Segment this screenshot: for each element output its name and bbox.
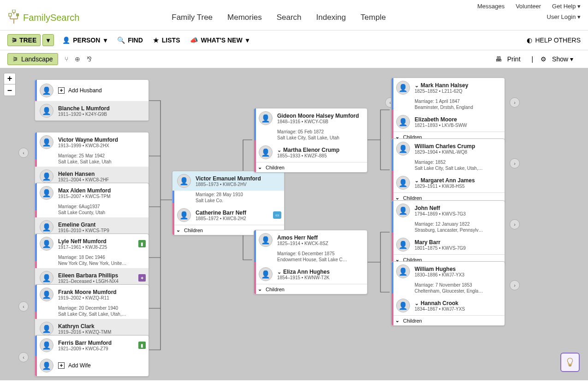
person-row[interactable]: 👤 Max Alden Mumford 1915–2007 • KWCS-TPM [35, 183, 148, 203]
chevron-down-icon[interactable]: ⌄ [277, 147, 281, 153]
volunteer-link[interactable]: Volunteer [516, 3, 541, 10]
person-row[interactable]: 👤 Gideon Moore Halsey Mumford 1848–1916 … [254, 108, 367, 128]
find-button[interactable]: 🔍FIND [117, 36, 143, 44]
descendancy-view-icon[interactable]: ⅋ [87, 55, 92, 63]
person-row[interactable]: 👤 Mary Barr 1801–1875 • KWVS-7G9 [392, 235, 505, 254]
person-portrait: 👤 [40, 169, 53, 183]
person-row[interactable]: 👤 ⌄Eliza Ann Hughes 1854–1915 • KWNW-T2K [254, 264, 367, 284]
children-toggle[interactable]: ⌄Children [392, 315, 505, 325]
utility-nav: Messages Volunteer Get Help ▾ [0, 0, 588, 10]
person-row[interactable]: 👤 John Neff 1794–1869 • KWVS-7G3 [392, 201, 505, 220]
nav-search[interactable]: Search [277, 13, 302, 22]
nav-family-tree[interactable]: Family Tree [172, 13, 213, 22]
person-row[interactable]: 👤 William Charles Crump 1829–1904 • KWNL… [392, 139, 505, 158]
zoom-in-button[interactable]: + [4, 73, 15, 84]
marriage-info: Marriage: 25 Mar 1942Salt Lake, Salt Lak… [35, 152, 148, 167]
marriage-info: Marriage: 6Aug1937Salt Lake County, Utah [35, 203, 148, 217]
scroll-left-button[interactable]: ‹ [18, 352, 29, 362]
family-card: 👤+Add Husband 👤 Blanche L Mumford 1911–1… [35, 79, 149, 121]
person-row[interactable]: 👤 Amos Herr Neff 1825–1914 • KWCK-8SZ [254, 230, 367, 250]
nav-indexing[interactable]: Indexing [316, 13, 346, 22]
add-spouse-button[interactable]: 👤+Add Husband [35, 80, 148, 101]
person-meta: 1829–1911 • KWJ8-HS5 [415, 184, 501, 189]
person-meta: 1921–2009 • KWC6-Z79 [58, 346, 145, 351]
scroll-right-button[interactable]: › [510, 158, 520, 168]
person-name: Max Alden Mumford [58, 187, 145, 194]
header: FamilySearch Family Tree Memories Search… [0, 10, 588, 30]
person-row[interactable]: 👤 Elizabeth Moore 1821–1893 • LKVB-SWW [392, 112, 505, 132]
scroll-right-button[interactable]: › [510, 97, 520, 108]
person-row[interactable]: 👤 Victor Wayne Mumford 1913–1999 • KWC8-… [35, 132, 148, 152]
children-toggle[interactable]: ⌄Children [254, 284, 367, 294]
person-portrait: 👤 [40, 220, 53, 234]
marriage-info: Marriage: 05 Feb 1872Salt Lake City, Sal… [254, 128, 367, 143]
person-button[interactable]: 👤PERSON ▾ [62, 36, 107, 44]
messages-link[interactable]: Messages [477, 3, 505, 10]
add-spouse-button[interactable]: 👤+Add Wife [35, 355, 148, 376]
logo[interactable]: FamilySearch [7, 10, 79, 25]
person-meta: 1885–1972 • KWC8-2H2 [196, 216, 280, 221]
family-card: 👤 Max Alden Mumford 1915–2007 • KWCS-TPM… [35, 183, 149, 237]
person-name: Frank Moore Mumford [58, 289, 145, 295]
person-portrait: 👤 [40, 104, 53, 118]
user-login-link[interactable]: User Login ▾ [547, 13, 581, 20]
record-hint-badge-icon: ▭ [273, 211, 281, 219]
tree-dropdown[interactable]: ▾ [42, 34, 54, 46]
scroll-left-button[interactable]: ‹ [18, 148, 29, 158]
person-row[interactable]: 👤 Blanche L Mumford 1911–1920 • K24Y-G9B [35, 101, 148, 120]
focus-family-card: 👤 Victor Emanuel Mumford 1885–1973 • KWC… [172, 171, 285, 235]
person-portrait: 👤 [40, 135, 53, 149]
portrait-view-icon[interactable]: ⊕ [75, 55, 80, 63]
person-meta: 1917–1961 • KWJ8-Z25 [58, 245, 145, 250]
print-button[interactable]: 🖶 Print [495, 55, 524, 63]
zoom-out-button[interactable]: – [4, 84, 15, 96]
lists-button[interactable]: ★LISTS [153, 36, 180, 44]
person-row[interactable]: 👤 Catherine Barr Neff 1885–1972 • KWC8-2… [172, 205, 284, 225]
person-row[interactable]: 👤 ⌄Margaret Ann James 1829–1911 • KWJ8-H… [392, 173, 505, 192]
chevron-down-icon[interactable]: ⌄ [415, 83, 419, 88]
person-name: Eileen Barbara Phillips [58, 272, 145, 279]
scroll-right-button[interactable]: › [510, 219, 520, 229]
person-name: Mary Barr [415, 239, 501, 246]
get-help-link[interactable]: Get Help ▾ [552, 3, 581, 10]
scroll-right-button[interactable]: › [510, 280, 520, 290]
chevron-down-icon[interactable]: ⌄ [415, 178, 419, 183]
person-row[interactable]: 👤 ⌄Martha Elenor Crump 1855–1933 • KWZF-… [254, 143, 367, 162]
person-portrait: 👤 [177, 208, 191, 222]
chevron-down-icon[interactable]: ⌄ [415, 300, 419, 306]
fan-view-icon[interactable]: ⑂ [65, 55, 68, 63]
children-toggle[interactable]: ⌄Children [254, 162, 367, 172]
person-row[interactable]: 👤 Frank Moore Mumford 1919–2002 • KWZQ-R… [35, 285, 148, 304]
person-portrait: 👤 [40, 338, 53, 352]
person-meta: 1921–2004 • KWC8-2HF [58, 177, 145, 182]
person-row[interactable]: 👤 William Hughes 1830–1886 • KWJ7-YX3 [392, 262, 505, 281]
person-row[interactable]: 👤 ⌄Mark Hann Halsey 1825–1852 • L211-62Q [392, 78, 505, 97]
show-button[interactable]: ⚙ Show ▾ [540, 55, 577, 63]
person-meta: 1921–Deceased • L5GH-NX4 [58, 279, 145, 284]
person-name: Blanche L Mumford [58, 105, 145, 112]
person-row[interactable]: 👤 Lyle Neff Mumford 1917–1961 • KWJ8-Z25… [35, 234, 148, 253]
help-others-button[interactable]: ◐HELP OTHERS [527, 36, 581, 44]
hints-button[interactable] [560, 353, 580, 372]
marriage-info: Marriage: 12 January 1822Strasburg, Lanc… [392, 220, 505, 235]
landscape-button[interactable]: ⚞Landscape [7, 53, 58, 65]
person-row[interactable]: 👤 Ferris Barr Mumford 1921–2009 • KWC6-Z… [35, 336, 148, 355]
person-name: John Neff [415, 205, 501, 211]
person-meta: 1801–1875 • KWVS-7G9 [415, 246, 501, 251]
tree-canvas[interactable]: + – ‹ ‹ ‹ ‹ › › › › 👤+Add Husband 👤 Blan… [0, 68, 588, 380]
family-card: 👤 Lyle Neff Mumford 1917–1961 • KWJ8-Z25… [35, 234, 149, 288]
tree-button[interactable]: ⚞ TREE [7, 34, 41, 46]
person-row[interactable]: 👤 ⌄Hannah Crook 1834–1867 • KWJ7-YXS [392, 296, 505, 315]
whatsnew-button[interactable]: 📣WHAT'S NEW ▾ [190, 36, 249, 44]
person-portrait: 👤 [40, 359, 53, 372]
scroll-left-button[interactable]: ‹ [18, 301, 29, 312]
family-card: 👤 Ferris Barr Mumford 1921–2009 • KWC6-Z… [35, 335, 149, 377]
person-row[interactable]: 👤 Victor Emanuel Mumford 1885–1973 • KWC… [172, 171, 284, 191]
person-name: ⌄Martha Elenor Crump [277, 147, 363, 153]
person-name: Emeline Grant [58, 222, 145, 228]
chevron-down-icon[interactable]: ⌄ [277, 269, 281, 275]
nav-memories[interactable]: Memories [227, 13, 262, 22]
nav-temple[interactable]: Temple [361, 13, 386, 22]
person-portrait: 👤 [177, 174, 191, 188]
family-card: 👤 Amos Herr Neff 1825–1914 • KWCK-8SZ Ma… [254, 230, 368, 294]
